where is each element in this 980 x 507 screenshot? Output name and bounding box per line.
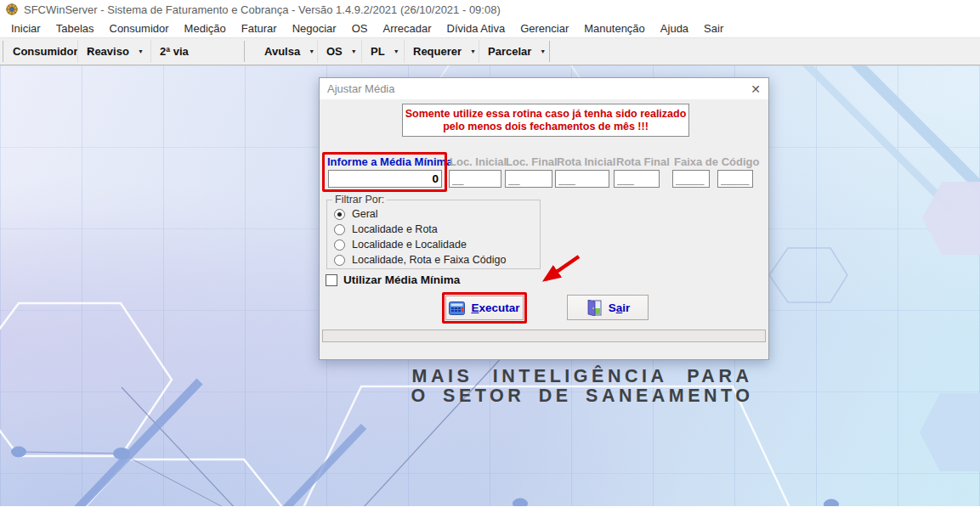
loc-inicial-label: Loc. Inicial (450, 155, 507, 168)
media-minima-label: Informe a Média Mínima (327, 155, 452, 168)
toolbar-button-parcelar[interactable]: Parcelar ▼ (479, 40, 548, 63)
toolbar-button-label: Reaviso (87, 45, 129, 58)
toolbar-button-pl[interactable]: PL ▼ (361, 40, 404, 63)
button-label: Sair (609, 301, 631, 314)
exit-door-icon (586, 300, 603, 316)
radio-option-geral[interactable]: Geral (334, 208, 378, 220)
menu-item-divida-ativa[interactable]: Dívida Ativa (439, 20, 513, 37)
window-title: SFCWinServer - Sistema de Faturamento e … (24, 3, 501, 16)
utilizar-media-minima-checkbox-row[interactable]: Utilizar Média Mínima (326, 273, 460, 286)
warning-message-box: Somente utilize essa rotina caso já tenh… (402, 104, 689, 137)
checkbox-icon[interactable] (326, 274, 337, 286)
menu-item-ajuda[interactable]: Ajuda (653, 20, 696, 37)
menu-item-iniciar[interactable]: Iniciar (3, 20, 48, 37)
window-titlebar: SFCWinServer - Sistema de Faturamento e … (0, 0, 980, 19)
loc-final-label: Loc. Final (506, 155, 558, 168)
radio-option-localidade-e-rota[interactable]: Localidade e Rota (334, 223, 438, 235)
slogan-line-2: O SETOR DE SANEAMENTO (357, 386, 807, 406)
toolbar-separator (3, 41, 3, 62)
chevron-down-icon: ▼ (540, 48, 546, 54)
menu-item-medicao[interactable]: Medição (177, 20, 234, 37)
toolbar-button-reaviso[interactable]: Reaviso ▼ (77, 40, 150, 63)
rota-final-input[interactable] (614, 170, 660, 188)
chevron-down-icon: ▼ (351, 48, 357, 54)
radio-icon[interactable] (334, 255, 345, 266)
warning-line-2: pelo menos dois fechamentos de mês !!! (403, 121, 688, 133)
spreadsheet-icon (449, 301, 465, 315)
app-icon (5, 3, 19, 16)
filtrar-por-groupbox: Filtrar Por: Geral Localidade e Rota Loc… (326, 200, 541, 269)
radio-icon[interactable] (334, 239, 345, 251)
groupbox-legend: Filtrar Por: (332, 194, 387, 206)
loc-final-input[interactable] (505, 170, 552, 188)
radio-option-localidade-e-localidade[interactable]: Localidade e Localidade (334, 239, 467, 251)
toolbar-button-consumidor[interactable]: Consumidor ▼ (4, 40, 77, 63)
desktop-background: MAIS INTELIGÊNCIA PARA O SETOR DE SANEAM… (0, 65, 980, 506)
loc-inicial-input[interactable] (449, 170, 501, 188)
toolbar-button-label: Requerer (413, 45, 462, 58)
toolbar-button-label: Consumidor (13, 45, 78, 58)
radio-icon[interactable] (334, 209, 345, 220)
checkbox-label: Utilizar Média Mínima (343, 273, 460, 286)
faixa-codigo-input-2[interactable] (717, 170, 753, 188)
menu-item-manutencao[interactable]: Manutenção (576, 20, 653, 37)
dialog-title: Ajustar Média (320, 82, 394, 95)
chevron-down-icon: ▼ (138, 48, 144, 54)
toolbar-button-2a-via[interactable]: 2ª via (150, 40, 208, 63)
sair-button[interactable]: Sair (567, 295, 649, 320)
toolbar-button-os[interactable]: OS ▼ (317, 40, 361, 63)
toolbar-button-label: Avulsa (264, 45, 300, 58)
company-slogan: MAIS INTELIGÊNCIA PARA O SETOR DE SANEAM… (357, 367, 807, 405)
chevron-down-icon: ▼ (470, 48, 476, 54)
executar-button[interactable]: Executar (445, 296, 524, 320)
menu-bar: Iniciar Tabelas Consumidor Medição Fatur… (0, 19, 980, 37)
warning-line-1: Somente utilize essa rotina caso já tenh… (403, 108, 688, 121)
button-label: Executar (471, 301, 519, 314)
radio-option-localidade-rota-faixa[interactable]: Localidade, Rota e Faixa Código (334, 254, 506, 266)
media-minima-input[interactable] (328, 170, 442, 188)
toolbar: Consumidor ▼ Reaviso ▼ 2ª via Avulsa ▼ O… (0, 37, 980, 65)
progress-strip (322, 330, 766, 342)
toolbar-button-label: PL (371, 45, 385, 58)
menu-item-os[interactable]: OS (344, 20, 376, 37)
menu-item-tabelas[interactable]: Tabelas (48, 20, 102, 37)
faixa-codigo-label: Faixa de Código (674, 155, 759, 168)
chevron-down-icon: ▼ (309, 48, 314, 54)
toolbar-button-avulsa[interactable]: Avulsa ▼ (256, 40, 317, 63)
menu-item-consumidor[interactable]: Consumidor (102, 20, 177, 37)
toolbar-button-label: 2ª via (160, 45, 189, 58)
rota-inicial-input[interactable] (555, 170, 609, 188)
toolbar-button-label: OS (326, 45, 343, 58)
toolbar-separator (549, 41, 550, 62)
menu-item-sair[interactable]: Sair (696, 20, 731, 37)
toolbar-button-requerer[interactable]: Requerer ▼ (404, 40, 479, 63)
faixa-codigo-input-1[interactable] (672, 170, 710, 188)
close-icon[interactable]: ✕ (743, 82, 768, 96)
ajustar-media-dialog: Ajustar Média ✕ Somente utilize essa rot… (319, 77, 769, 360)
rota-final-label: Rota Final (616, 155, 670, 168)
toolbar-button-label: Parcelar (488, 45, 531, 58)
rota-inicial-label: Rota Inicial (557, 155, 615, 168)
toolbar-separator (244, 41, 245, 62)
slogan-line-1: MAIS INTELIGÊNCIA PARA (357, 367, 807, 386)
radio-icon[interactable] (334, 224, 345, 235)
menu-item-faturar[interactable]: Faturar (234, 20, 285, 37)
menu-item-negociar[interactable]: Negociar (285, 20, 344, 37)
chevron-down-icon: ▼ (394, 48, 399, 54)
menu-item-arrecadar[interactable]: Arrecadar (375, 20, 439, 37)
dialog-titlebar: Ajustar Média ✕ (320, 78, 768, 99)
menu-item-gerenciar[interactable]: Gerenciar (513, 20, 576, 37)
